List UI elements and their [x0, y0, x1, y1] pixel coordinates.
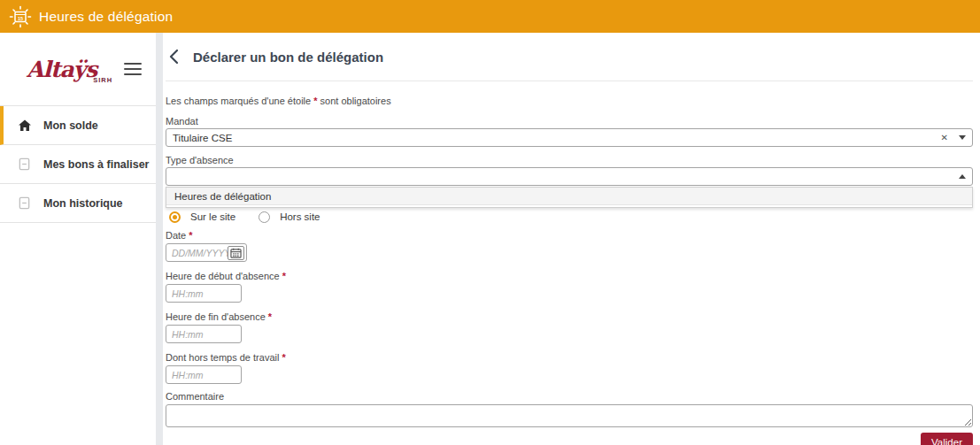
page-header: Déclarer un bon de délégation: [166, 33, 973, 81]
main-panel: Déclarer un bon de délégation Les champs…: [163, 33, 980, 445]
type-absence-select[interactable]: [166, 167, 973, 186]
logo-wordmark: Altaÿs: [27, 57, 96, 82]
mandat-value: Titulaire CSE: [173, 133, 941, 143]
heure-fin-label: Heure de fin d'absence *: [166, 311, 973, 322]
app-bar: 15 Heures de délégation: [0, 0, 980, 33]
app-title: Heures de délégation: [39, 9, 173, 25]
sidebar-menu: Mon solde Mes bons à finaliser: [0, 105, 156, 223]
heure-debut-label: Heure de début d'absence *: [166, 271, 973, 281]
page-title: Déclarer un bon de délégation: [193, 50, 383, 65]
clipboard-icon: [18, 157, 32, 172]
radio-label: Sur le site: [190, 211, 235, 222]
sidebar: AltaÿsSIRH Mon solde: [0, 33, 156, 445]
radio-unselected-icon[interactable]: [259, 211, 270, 223]
type-absence-label: Type d'absence: [166, 155, 973, 165]
valider-button[interactable]: Valider: [921, 433, 973, 445]
layout-gutter: [156, 33, 163, 445]
required-star: *: [268, 311, 272, 322]
type-absence-dropdown: Heures de délégation: [166, 187, 973, 208]
heure-debut-input[interactable]: [172, 288, 239, 299]
mandat-label: Mandat: [166, 116, 973, 127]
required-fields-note: Les champs marqués d'une étoile * sont o…: [166, 96, 973, 106]
heure-debut-field: [166, 284, 242, 303]
commentaire-label: Commentaire: [166, 391, 973, 402]
chevron-up-icon[interactable]: [959, 174, 966, 179]
chevron-down-icon[interactable]: [959, 135, 966, 140]
clipboard-icon: [18, 196, 32, 211]
logo-subtitle: SIRH: [93, 76, 112, 84]
required-star: *: [282, 352, 285, 363]
date-label: Date *: [166, 230, 973, 241]
hors-temps-input[interactable]: [172, 370, 239, 380]
back-chevron-icon[interactable]: [169, 49, 183, 65]
sidebar-item-mon-historique[interactable]: Mon historique: [0, 184, 156, 223]
actions-row: Valider: [166, 433, 973, 445]
radio-selected-icon[interactable]: [169, 211, 181, 223]
required-star: *: [282, 271, 286, 281]
calendar-icon[interactable]: [228, 246, 244, 260]
radio-label: Hors site: [280, 211, 320, 222]
heure-fin-field: [166, 325, 242, 343]
hors-temps-label: Dont hors temps de travail *: [166, 352, 973, 363]
sidebar-item-label: Mes bons à finaliser: [43, 158, 149, 171]
dropdown-option-heures-de-delegation[interactable]: Heures de délégation: [166, 188, 972, 205]
logo-row: AltaÿsSIRH: [0, 33, 156, 105]
altays-logo: AltaÿsSIRH: [27, 57, 124, 82]
clear-icon[interactable]: ✕: [941, 133, 948, 142]
home-icon: [18, 119, 32, 133]
radio-sur-le-site[interactable]: Sur le site: [169, 211, 235, 223]
site-radio-group: Sur le site Hors site: [166, 211, 973, 223]
required-star: *: [189, 230, 192, 241]
sidebar-item-label: Mon historique: [43, 197, 123, 210]
hors-temps-field: [166, 365, 242, 384]
heure-fin-input[interactable]: [172, 329, 239, 340]
calendar-sun-icon: 15: [9, 5, 32, 28]
commentaire-textarea[interactable]: [166, 404, 973, 427]
sidebar-item-mes-bons-a-finaliser[interactable]: Mes bons à finaliser: [0, 145, 156, 184]
date-field: [166, 243, 247, 262]
sidebar-item-mon-solde[interactable]: Mon solde: [0, 106, 156, 145]
menu-icon[interactable]: [124, 59, 142, 79]
app-window: 15 Heures de délégation AltaÿsSIRH: [0, 0, 980, 445]
mandat-select[interactable]: Titulaire CSE ✕: [166, 128, 973, 147]
date-input[interactable]: [172, 248, 228, 258]
required-star: *: [313, 96, 317, 106]
calendar-day-number: 15: [18, 15, 23, 20]
radio-hors-site[interactable]: Hors site: [259, 211, 320, 223]
sidebar-item-label: Mon solde: [43, 119, 98, 132]
